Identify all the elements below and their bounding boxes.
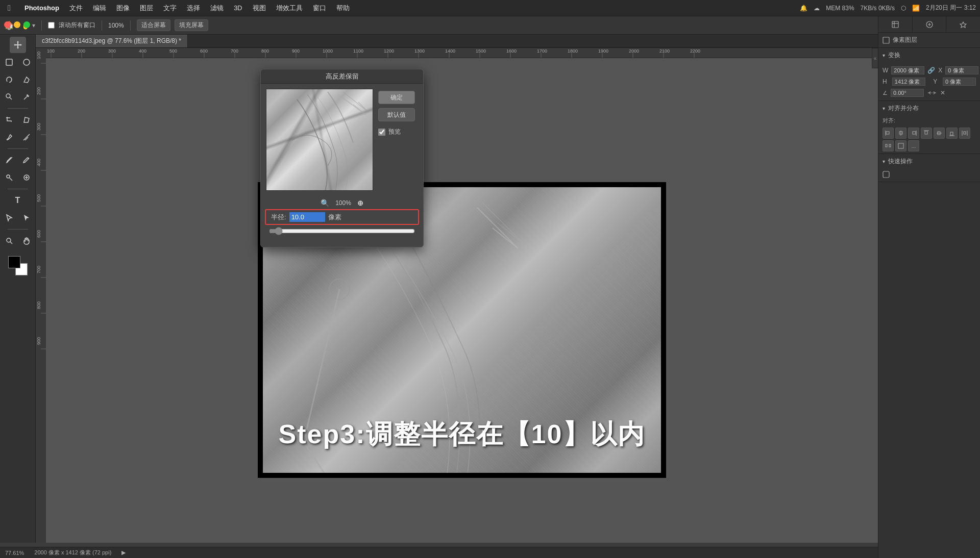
zoom-in-icon[interactable]: ⊕ bbox=[357, 199, 363, 207]
fit-screen-button[interactable]: 适合屏幕 bbox=[137, 19, 170, 31]
marquee-ellipse-tool[interactable] bbox=[18, 54, 35, 70]
transform-label: 变换 bbox=[888, 51, 900, 60]
align-right-btn[interactable] bbox=[908, 128, 919, 139]
svg-rect-42 bbox=[886, 144, 887, 147]
quick-actions-section: ▾ 快速操作 bbox=[878, 154, 980, 182]
menu-3d[interactable]: 3D bbox=[230, 3, 247, 13]
menu-select[interactable]: 选择 bbox=[183, 3, 204, 14]
brush-tool[interactable] bbox=[1, 152, 17, 168]
perspective-crop-tool[interactable] bbox=[18, 112, 35, 128]
tool-separator-2 bbox=[8, 148, 28, 149]
menu-plugins[interactable]: 增效工具 bbox=[272, 3, 307, 14]
menu-text[interactable]: 文字 bbox=[159, 3, 181, 14]
clone-stamp-tool[interactable] bbox=[1, 169, 17, 186]
radius-input[interactable] bbox=[289, 212, 325, 222]
menu-layer[interactable]: 图层 bbox=[136, 3, 157, 14]
x-label: X bbox=[938, 67, 942, 74]
hand-tool[interactable] bbox=[18, 233, 35, 249]
menu-photoshop[interactable]: Photoshop bbox=[20, 3, 63, 13]
menu-edit[interactable]: 编辑 bbox=[89, 3, 110, 14]
quick-select-tool[interactable] bbox=[1, 89, 17, 105]
lasso-tool[interactable] bbox=[1, 71, 17, 88]
flip-icon[interactable] bbox=[927, 89, 937, 96]
menu-filter[interactable]: 滤镜 bbox=[206, 3, 228, 14]
menu-bar:  Photoshop 文件 编辑 图像 图层 文字 选择 滤镜 3D 视图 增… bbox=[0, 0, 980, 16]
svg-rect-38 bbox=[950, 132, 953, 135]
w-label: W bbox=[883, 67, 888, 74]
w-input[interactable] bbox=[891, 66, 924, 74]
svg-rect-28 bbox=[886, 132, 889, 134]
dist-right-btn[interactable] bbox=[895, 140, 906, 151]
radius-slider[interactable] bbox=[269, 227, 415, 235]
menu-help[interactable]: 帮助 bbox=[332, 3, 354, 14]
y-input[interactable] bbox=[943, 78, 976, 86]
close-transform-icon[interactable]: ✕ bbox=[940, 89, 945, 96]
angle-row: ∠ ✕ bbox=[878, 87, 980, 98]
fill-screen-button[interactable]: 填充屏幕 bbox=[175, 19, 208, 31]
path-select-tool[interactable] bbox=[18, 210, 35, 226]
move-tool[interactable] bbox=[10, 37, 26, 53]
svg-rect-44 bbox=[898, 143, 903, 148]
cloud-icon[interactable]: ☁ bbox=[814, 5, 820, 12]
direct-select-tool[interactable] bbox=[1, 210, 17, 226]
scroll-all-checkbox[interactable] bbox=[48, 22, 55, 29]
marquee-rect-tool[interactable] bbox=[1, 54, 17, 70]
menu-view[interactable]: 视图 bbox=[249, 3, 270, 14]
document-tab[interactable]: c3f2bfcc8b9114d3.jpeg @ 77.6% (图层 1, RGB… bbox=[36, 35, 188, 47]
expand-icon[interactable]: ▶ bbox=[121, 549, 126, 556]
panel-icon-adjustments[interactable] bbox=[913, 16, 947, 32]
magic-wand-tool[interactable] bbox=[18, 89, 35, 105]
eyedropper-tool[interactable] bbox=[1, 129, 17, 145]
crop-tool[interactable] bbox=[1, 112, 17, 128]
align-center-v-btn[interactable] bbox=[934, 128, 945, 139]
dialog-radius-row: 半径: 像素 bbox=[265, 209, 419, 225]
dist-left-btn[interactable] bbox=[959, 128, 970, 139]
tool-separator-1 bbox=[8, 108, 28, 109]
foreground-color-swatch[interactable] bbox=[8, 256, 20, 268]
polygon-lasso-tool[interactable] bbox=[18, 71, 35, 88]
panel-collapse-button[interactable]: « bbox=[872, 48, 878, 68]
align-left-btn[interactable] bbox=[883, 128, 894, 139]
pixel-layer-section: 像素图层 bbox=[878, 33, 980, 48]
zoom-tool[interactable] bbox=[1, 233, 17, 249]
align-bottom-btn[interactable] bbox=[946, 128, 958, 139]
preview-checkbox[interactable] bbox=[378, 129, 385, 136]
ruler-tool[interactable] bbox=[18, 129, 35, 145]
quick-action-icon[interactable] bbox=[883, 171, 890, 178]
default-button[interactable]: 默认值 bbox=[378, 108, 415, 121]
type-tool[interactable]: T bbox=[10, 192, 26, 209]
align-header[interactable]: ▾ 对齐并分布 bbox=[878, 101, 980, 116]
x-input[interactable] bbox=[945, 66, 978, 74]
wifi-icon[interactable]: 📶 bbox=[912, 5, 920, 12]
menubar-right: 🔔 ☁ MEM 83% 7KB/s 0KB/s ⬡ 📶 2月20日 周一 3:1… bbox=[800, 4, 976, 12]
maximize-button[interactable] bbox=[23, 21, 30, 28]
link-icon[interactable]: 🔗 bbox=[927, 67, 935, 74]
quick-actions-header[interactable]: ▾ 快速操作 bbox=[878, 154, 980, 169]
ok-button[interactable]: 确定 bbox=[378, 91, 415, 104]
preview-svg bbox=[266, 89, 373, 190]
align-center-h-btn[interactable] bbox=[895, 128, 906, 139]
menu-window[interactable]: 窗口 bbox=[309, 3, 330, 14]
bluetooth-icon[interactable]: ⬡ bbox=[901, 5, 906, 12]
zoom-out-icon[interactable]: 🔍 bbox=[321, 199, 329, 207]
transform-content: W 🔗 X H Y ∠ ✕ bbox=[878, 63, 980, 100]
healing-brush-tool[interactable] bbox=[18, 169, 35, 186]
notification-icon[interactable]: 🔔 bbox=[800, 5, 807, 12]
svg-rect-32 bbox=[913, 132, 916, 134]
minimize-button[interactable] bbox=[14, 21, 20, 28]
menu-image[interactable]: 图像 bbox=[112, 3, 134, 14]
h-input[interactable] bbox=[892, 78, 925, 86]
pencil-tool[interactable] bbox=[18, 152, 35, 168]
quick-actions-label: 快速操作 bbox=[888, 157, 913, 166]
panel-icon-properties[interactable] bbox=[878, 16, 913, 32]
panel-icon-styles[interactable] bbox=[946, 16, 980, 32]
transform-header[interactable]: ▾ 变换 bbox=[878, 48, 980, 63]
angle-input[interactable] bbox=[891, 89, 924, 97]
traffic-lights bbox=[4, 21, 30, 28]
align-top-btn[interactable] bbox=[921, 128, 932, 139]
apple-menu[interactable]:  bbox=[4, 3, 14, 13]
close-button[interactable] bbox=[4, 21, 11, 28]
menu-file[interactable]: 文件 bbox=[65, 3, 87, 14]
dist-center-btn[interactable] bbox=[883, 140, 894, 151]
more-align-btn[interactable]: ... bbox=[908, 140, 919, 151]
